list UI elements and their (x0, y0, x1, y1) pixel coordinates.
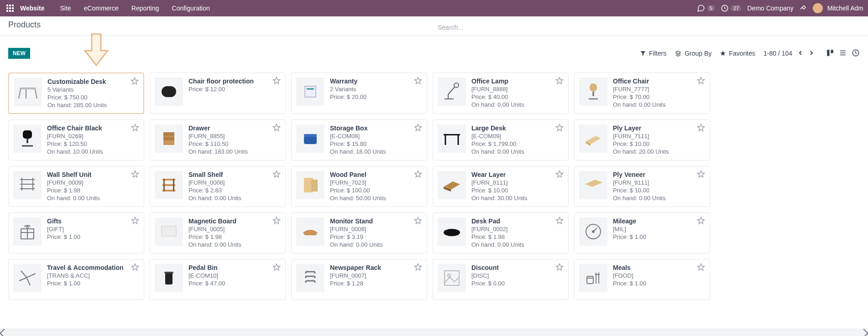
kanban-view-icon[interactable] (826, 49, 834, 58)
favorite-star-icon[interactable] (272, 77, 281, 86)
favorite-star-icon[interactable] (131, 124, 139, 133)
product-card[interactable]: Desk Pad[FURN_0002]Price: $ 1.98On hand:… (433, 212, 569, 253)
nav-link[interactable]: Configuration (166, 1, 216, 16)
svg-rect-14 (163, 132, 174, 136)
favorite-star-icon[interactable] (272, 170, 281, 180)
product-card[interactable]: Drawer[FURN_8855]Price: $ 110.50On hand:… (150, 119, 286, 160)
activities-indicator[interactable]: 27 (721, 4, 742, 12)
favorite-star-icon[interactable] (697, 263, 705, 273)
favorite-star-icon[interactable] (697, 77, 705, 86)
new-button[interactable]: NEW (8, 48, 30, 59)
product-card[interactable]: Discount[DISC]Price: $ 0.00 (433, 259, 569, 300)
debug-icon[interactable] (799, 4, 807, 13)
search-input[interactable] (434, 21, 860, 34)
product-card[interactable]: Customizable Desk5 VariantsPrice: $ 750.… (8, 72, 144, 114)
app-brand[interactable]: Website (20, 5, 44, 12)
company-selector[interactable]: Demo Company (747, 5, 793, 12)
favorite-star-icon[interactable] (414, 217, 422, 226)
product-card[interactable]: Storage Box[E-COM08]Price: $ 15.80On han… (291, 119, 427, 160)
favorite-star-icon[interactable] (131, 217, 139, 226)
product-price: Price: $ 1.28 (330, 280, 422, 287)
messages-indicator[interactable]: 5 (697, 4, 715, 12)
pager-prev-icon[interactable] (797, 49, 804, 58)
favorite-star-icon[interactable] (697, 170, 705, 180)
favorite-star-icon[interactable] (555, 170, 564, 180)
svg-rect-2 (831, 50, 833, 53)
favorite-star-icon[interactable] (414, 124, 422, 133)
favorite-star-icon[interactable] (555, 217, 564, 226)
product-card[interactable]: Ply Veneer[FURN_9111]Price: $ 10.00On ha… (574, 166, 710, 207)
product-thumbnail (438, 124, 466, 153)
svg-point-34 (448, 274, 450, 277)
list-view-icon[interactable] (839, 49, 847, 58)
product-thumbnail (579, 171, 607, 199)
product-onhand: On hand: 0.00 Units (471, 241, 564, 248)
favorite-star-icon[interactable] (555, 124, 564, 133)
product-price: Price: $ 120.50 (47, 140, 139, 147)
product-card[interactable]: Travel & Accommodation[TRANS & ACC]Price… (8, 259, 144, 300)
product-card[interactable]: Office Chair[FURN_7777]Price: $ 70.00On … (574, 72, 710, 114)
product-card[interactable]: Ply Layer[FURN_7111]Price: $ 10.00On han… (574, 119, 710, 160)
product-onhand: On hand: 0.00 Units (188, 195, 281, 202)
favorite-star-icon[interactable] (272, 124, 281, 133)
product-price: Price: $ 47.00 (188, 280, 281, 287)
product-price: Price: $ 15.80 (330, 140, 422, 147)
favorite-star-icon[interactable] (414, 77, 422, 86)
product-sku: [E-COM09] (471, 133, 564, 140)
product-card[interactable]: Wear Layer[FURN_8111]Price: $ 10.00On ha… (433, 166, 569, 207)
product-thumbnail (13, 124, 42, 153)
favorites-button[interactable]: Favorites (720, 50, 755, 57)
product-card[interactable]: Monitor Stand[FURN_0006]Price: $ 3.19On … (291, 212, 427, 253)
nav-link[interactable]: eCommerce (78, 1, 125, 16)
nav-link[interactable]: Reporting (125, 1, 166, 16)
product-card[interactable]: Small Shelf[FURN_0008]Price: $ 2.83On ha… (150, 166, 286, 207)
favorite-star-icon[interactable] (272, 217, 281, 226)
favorite-star-icon[interactable] (697, 124, 705, 133)
product-card[interactable]: Office Lamp[FURN_8888]Price: $ 40.00On h… (433, 72, 569, 114)
activity-view-icon[interactable] (852, 49, 860, 58)
product-card[interactable]: Warranty2 VariantsPrice: $ 20.00 (291, 72, 427, 114)
product-thumbnail (296, 217, 324, 246)
avatar (813, 3, 823, 13)
favorite-star-icon[interactable] (555, 263, 564, 273)
product-card[interactable]: Wall Shelf Unit[FURN_0009]Price: $ 1.98O… (8, 166, 144, 207)
product-title: Monitor Stand (330, 217, 422, 225)
product-onhand: On hand: 0.00 Units (188, 241, 281, 248)
product-card[interactable]: Large Desk[E-COM09]Price: $ 1,799.00On h… (433, 119, 569, 160)
apps-menu-icon[interactable] (6, 5, 14, 12)
user-menu[interactable]: Mitchell Adm (813, 3, 863, 13)
product-price: Price: $ 1.98 (471, 233, 564, 240)
product-card[interactable]: Magnetic Board[FURN_0005]Price: $ 1.98On… (150, 212, 286, 253)
favorite-star-icon[interactable] (131, 77, 139, 87)
product-price: Price: $ 1.00 (47, 280, 139, 287)
product-onhand: On hand: 183.00 Units (188, 148, 281, 155)
product-thumbnail (579, 124, 607, 153)
product-title: Desk Pad (471, 217, 564, 225)
product-price: Price: $ 110.50 (188, 140, 281, 147)
product-onhand: On hand: 0.00 Units (471, 148, 564, 155)
favorite-star-icon[interactable] (414, 263, 422, 273)
product-card[interactable]: Mileage[MIL]Price: $ 1.00 (574, 212, 710, 253)
product-card[interactable]: Gifts[GIFT]Price: $ 1.00 (8, 212, 144, 253)
product-sku: [FURN_8855] (188, 133, 281, 140)
product-card[interactable]: Chair floor protectionPrice: $ 12.00 (150, 72, 286, 114)
favorite-star-icon[interactable] (131, 263, 139, 273)
favorite-star-icon[interactable] (555, 77, 564, 86)
filters-button[interactable]: Filters (640, 50, 666, 57)
groupby-button[interactable]: Group By (675, 50, 711, 57)
favorite-star-icon[interactable] (131, 170, 139, 180)
horizontal-scrollbar[interactable] (0, 329, 868, 336)
favorite-star-icon[interactable] (414, 170, 422, 180)
pager-next-icon[interactable] (808, 49, 815, 58)
product-card[interactable]: Meals[FOOD]Price: $ 1.00 (574, 259, 710, 300)
favorite-star-icon[interactable] (272, 263, 281, 273)
nav-link[interactable]: Site (53, 1, 77, 16)
product-sku: [FURN_0007] (330, 272, 422, 279)
product-card[interactable]: Office Chair Black[FURN_0269]Price: $ 12… (8, 119, 144, 160)
pager-text[interactable]: 1-80 / 104 (763, 50, 792, 57)
favorite-star-icon[interactable] (697, 217, 705, 226)
product-card[interactable]: Wood Panel[FURN_7023]Price: $ 100.00On h… (291, 166, 427, 207)
product-card[interactable]: Pedal Bin[E-COM10]Price: $ 47.00 (150, 259, 286, 300)
product-card[interactable]: Newspaper Rack[FURN_0007]Price: $ 1.28 (291, 259, 427, 300)
product-title: Magnetic Board (188, 217, 281, 225)
